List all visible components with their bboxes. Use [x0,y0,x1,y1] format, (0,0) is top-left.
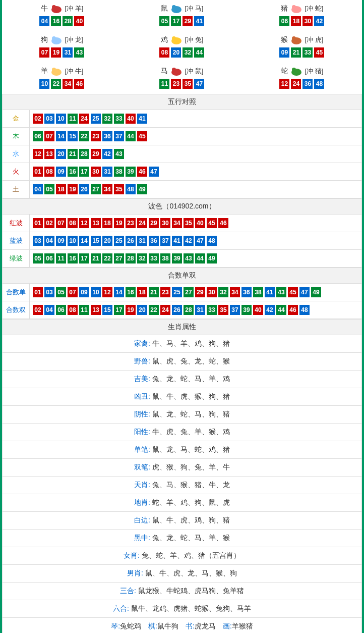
attr-key: 阳性: [134,428,150,436]
attr-value: 牛、马、羊、鸡、狗、猪 [150,339,230,347]
zodiac-title: 牛[冲 羊] [41,3,84,14]
number-ball: 37 [114,131,124,141]
zodiac-balls: 12243648 [242,79,362,89]
number-ball: 15 [91,236,101,246]
row-content: 0204060811131517192022242628313335373940… [30,301,362,319]
number-ball: 13 [91,218,101,228]
attr-key: 白边: [134,516,150,524]
number-ball: 04 [44,236,54,246]
number-ball: 12 [279,79,289,89]
number-ball: 31 [102,167,112,177]
number-ball: 19 [126,305,136,315]
zodiac-title: 鸡[冲 兔] [161,34,204,45]
attr-value: 牛、虎、兔、羊、猴、鸡 [150,428,230,436]
zodiac-balls: 09213345 [242,47,362,58]
zodiac-cell: 马[冲 鼠]11233547 [122,63,242,94]
attr-key: 画: [223,622,232,630]
number-ball: 12 [33,149,43,159]
zodiac-title: 猴[冲 虎] [281,34,324,45]
attr-value: 鼠、牛、虎、猴、狗、猪 [150,392,230,400]
zodiac-cell: 鼠[冲 马]05172941 [122,0,242,31]
row-label: 火 [3,163,30,181]
number-ball: 28 [63,16,73,26]
number-ball: 44 [194,47,204,58]
attr-value: 兔、蛇、羊、鸡、猪（五宫肖） [140,551,240,559]
number-ball: 47 [195,236,205,246]
number-ball: 29 [183,16,193,26]
zodiac-cell: 羊[冲 牛]10223446 [2,63,122,94]
number-ball: 30 [91,167,101,177]
number-ball: 49 [137,184,147,194]
number-ball: 41 [194,16,204,26]
attr-cell: 天肖: 兔、马、猴、猪、牛、龙 [3,477,362,494]
attr-row: 地肖: 蛇、羊、鸡、狗、鼠、虎 [3,494,362,512]
zodiac-balls: 10223446 [2,79,122,89]
number-ball: 17 [114,305,124,315]
attr-value: 蛇、羊、鸡、狗、鼠、虎 [150,498,230,506]
number-ball: 12 [79,218,89,228]
zodiac-balls: 08203244 [122,47,242,58]
number-ball: 03 [44,287,54,297]
number-ball: 33 [302,47,313,58]
number-ball: 10 [39,79,49,89]
attr-cell: 野兽: 鼠、虎、兔、龙、蛇、猴 [3,353,362,371]
number-ball: 14 [56,131,66,141]
table-row: 蓝波03040910141520252631363741424748 [3,232,362,250]
number-ball: 13 [91,305,101,315]
attr-cell: 黑中: 兔、龙、蛇、马、羊、猴 [3,530,362,547]
zodiac-icon [49,66,64,77]
row-label: 合数双 [3,301,30,319]
attr-row: 黑中: 兔、龙、蛇、马、羊、猴 [3,530,362,547]
number-ball: 31 [137,236,147,246]
number-ball: 23 [126,218,136,228]
attr-table: 生肖属性 家禽: 牛、马、羊、鸡、狗、猪野兽: 鼠、虎、兔、龙、蛇、猴吉美: 兔… [2,319,362,633]
bose-table: 波色（014902.com） 红波01020708121318192324293… [2,198,362,268]
svg-point-3 [172,5,176,9]
number-ball: 33 [149,253,159,263]
row-label: 合数单 [3,284,30,301]
attr-row: 双笔: 虎、猴、狗、兔、羊、牛 [3,459,362,477]
number-ball: 37 [160,236,170,246]
zodiac-name: 鼠 [161,4,168,13]
bose-header: 波色（014902.com） [3,199,362,215]
balls-row: 0108091617303138394647 [33,167,358,177]
number-ball: 46 [137,167,147,177]
zodiac-icon [49,3,64,14]
attr-value: 鼠、牛、虎、鸡、狗、猪 [150,516,230,524]
attr-key: 阴性: [134,410,150,418]
zodiac-name: 鸡 [161,35,168,44]
attr-value: 兔蛇鸡 [120,622,141,630]
number-ball: 39 [172,253,182,263]
number-ball: 45 [314,47,324,58]
number-ball: 33 [114,114,124,124]
number-ball: 29 [149,218,159,228]
number-ball: 14 [114,287,124,297]
number-ball: 46 [218,218,228,228]
zodiac-clash: [冲 鼠] [185,67,204,76]
attr-key: 双笔: [134,463,150,471]
table-row: 水1213202128294243 [3,145,362,163]
number-ball: 02 [44,218,54,228]
number-ball: 14 [79,236,89,246]
zodiac-cell: 猴[冲 虎]09213345 [242,31,362,63]
attr-key: 凶丑: [134,392,150,400]
number-ball: 26 [79,184,89,194]
number-ball: 37 [230,305,240,315]
table-row: 绿波05061116172122272832333839434449 [3,250,362,268]
attr-cell: 阴性: 鼠、龙、蛇、马、狗、猪 [3,406,362,424]
number-ball: 04 [44,305,54,315]
zodiac-clash: [冲 羊] [65,4,84,13]
number-ball: 18 [56,184,66,194]
number-ball: 34 [63,79,73,89]
attr-row: 吉美: 兔、龙、蛇、马、羊、鸡 [3,371,362,388]
attr-value: 鼠牛、龙鸡、虎猪、蛇猴、兔狗、马羊 [129,604,251,612]
balls-row: 1213202128294243 [33,149,358,159]
number-ball: 48 [207,236,217,246]
number-ball: 22 [79,131,89,141]
zodiac-title: 狗[冲 龙] [41,34,84,45]
number-ball: 40 [126,114,136,124]
number-ball: 32 [102,114,112,124]
number-ball: 11 [79,305,89,315]
table-row: 金02031011242532334041 [3,110,362,128]
number-ball: 22 [102,253,112,263]
